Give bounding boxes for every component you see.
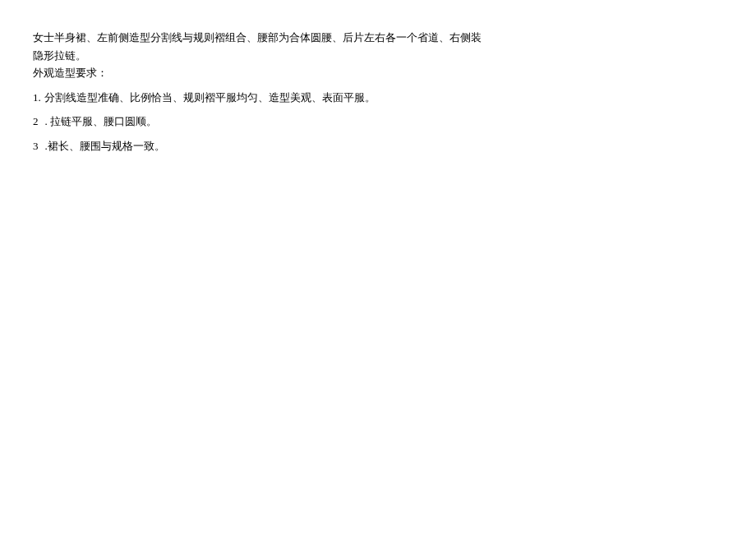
requirements-title: 外观造型要求： (33, 65, 723, 81)
requirement-text-1: 分割线造型准确、比例恰当、规则褶平服均匀、造型美观、表面平服。 (44, 90, 376, 106)
requirement-item-1: 1. 分割线造型准确、比例恰当、规则褶平服均匀、造型美观、表面平服。 (33, 90, 723, 106)
requirement-number-3: 3 (33, 138, 39, 155)
requirement-number-1: 1. (33, 90, 41, 106)
requirement-item-3: 3 .裙长、腰围与规格一致。 (33, 138, 723, 155)
requirement-text-3: .裙长、腰围与规格一致。 (45, 138, 165, 155)
requirement-number-2: 2 (33, 113, 39, 130)
description-line-1: 女士半身裙、左前侧造型分割线与规则褶组合、腰部为合体圆腰、后片左右各一个省道、右… (33, 30, 723, 46)
description-line-2: 隐形拉链。 (33, 48, 723, 64)
requirement-text-2: . 拉链平服、腰口圆顺。 (45, 113, 158, 130)
requirement-item-2: 2 . 拉链平服、腰口圆顺。 (33, 113, 723, 130)
